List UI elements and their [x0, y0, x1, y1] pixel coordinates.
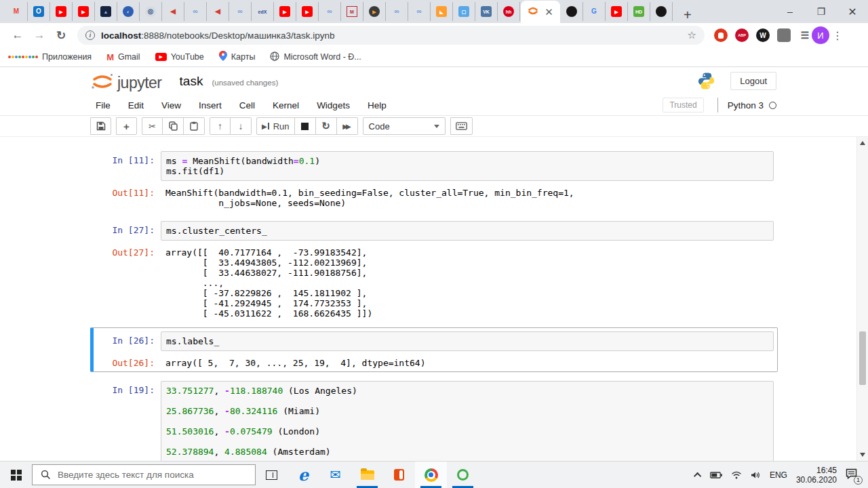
wifi-icon[interactable] — [731, 471, 742, 479]
office-button[interactable] — [383, 462, 415, 488]
code-input-area[interactable]: ms.cluster_centers_ — [161, 221, 774, 241]
menu-file[interactable]: File — [96, 100, 111, 110]
site-info-icon[interactable]: i — [85, 30, 95, 40]
browser-tab-github[interactable] — [650, 2, 673, 21]
browser-tab-chat-bubble[interactable]: ▢ — [453, 2, 475, 21]
start-button[interactable] — [0, 462, 32, 488]
browser-tab-infinity[interactable]: ∞ — [319, 2, 341, 21]
back-icon[interactable]: ← — [7, 28, 28, 42]
save-button[interactable] — [90, 117, 111, 135]
menu-insert[interactable]: Insert — [199, 100, 222, 110]
scroll-up-icon[interactable] — [860, 141, 865, 145]
jupyter-logo[interactable]: jupyter — [90, 72, 162, 91]
browser-tab-play-circle[interactable]: ▶ — [363, 2, 386, 21]
chrome-button[interactable] — [415, 462, 447, 488]
trusted-button[interactable]: Trusted — [663, 98, 703, 113]
notebook-cell-3-selected[interactable]: In [26]:ms.labels_Out[26]:array([ 5, 7, … — [90, 327, 778, 372]
browser-tab-red-kite[interactable]: ◀ — [207, 2, 229, 21]
scrollbar-thumb[interactable] — [859, 331, 866, 385]
browser-tab-youtube[interactable]: ▶ — [73, 2, 95, 21]
browser-tab-infinity[interactable]: ∞ — [386, 2, 408, 21]
restart-run-all-button[interactable]: ▶▶ — [337, 117, 358, 135]
forward-icon[interactable]: → — [28, 28, 50, 42]
browser-tab-hh[interactable]: hh — [498, 2, 520, 21]
dark-extension-icon[interactable]: W — [756, 28, 770, 42]
browser-tab-youtube[interactable]: ▶ — [606, 2, 628, 21]
command-palette-button[interactable] — [450, 117, 473, 135]
new-tab-button[interactable]: + — [679, 7, 696, 23]
restart-kernel-button[interactable]: ↻ — [316, 117, 337, 135]
paste-cell-button[interactable] — [184, 117, 205, 135]
mail-button[interactable]: ✉ — [319, 462, 351, 488]
browser-tab-blue-globe[interactable]: ◐ — [117, 2, 140, 21]
browser-tab-gray-cam[interactable]: ◎ — [140, 2, 162, 21]
adblock-plus-icon[interactable]: ABP — [735, 28, 749, 42]
browser-tab-edx[interactable]: edX — [252, 2, 274, 21]
kernel-name[interactable]: Python 3 — [728, 100, 764, 110]
menu-help[interactable]: Help — [368, 100, 387, 110]
task-view-button[interactable] — [256, 462, 288, 488]
browser-tab-github[interactable] — [561, 2, 583, 21]
taskbar-search-input[interactable]: Введите здесь текст для поиска — [32, 464, 256, 485]
menu-edit[interactable]: Edit — [128, 100, 144, 110]
cell-type-select[interactable]: Code — [363, 117, 446, 135]
browser-tab-gmail[interactable]: M — [5, 2, 28, 21]
browser-tab-red-kite[interactable]: ◀ — [162, 2, 184, 21]
scroll-down-icon[interactable] — [860, 453, 865, 457]
browser-tab-dark-photo[interactable]: ▲ — [95, 2, 117, 21]
browser-tab-m-orange[interactable]: ◣ — [431, 2, 453, 21]
add-cell-button[interactable]: + — [116, 117, 137, 135]
window-close-button[interactable]: ✕ — [837, 0, 868, 23]
copy-cell-button[interactable] — [163, 117, 184, 135]
edge-button[interactable]: e — [288, 462, 319, 488]
menu-view[interactable]: View — [161, 100, 181, 110]
browser-tab-infinity[interactable]: ∞ — [184, 2, 207, 21]
cut-cell-button[interactable]: ✂ — [142, 117, 163, 135]
window-minimize-button[interactable]: – — [774, 0, 806, 23]
browser-tab-youtube[interactable]: ▶ — [296, 2, 319, 21]
notebook-cell-2[interactable]: In [27]:ms.cluster_centers_Out[27]:array… — [90, 217, 778, 323]
notebook-cell-1[interactable]: In [11]:ms = MeanShift(bandwidth=0.1) ms… — [90, 147, 778, 212]
code-input-area[interactable]: ms.labels_ — [161, 331, 774, 351]
volume-icon[interactable] — [751, 471, 761, 479]
extensions-puzzle-icon[interactable] — [777, 28, 791, 42]
interrupt-kernel-button[interactable] — [295, 117, 316, 135]
browser-tab-infinity[interactable]: ∞ — [229, 2, 252, 21]
browser-tab-google[interactable]: G — [583, 2, 606, 21]
adblock-icon[interactable] — [714, 28, 728, 42]
run-button[interactable]: ▶Run — [256, 117, 295, 135]
bookmark-maps[interactable]: Карты — [219, 51, 256, 63]
clock[interactable]: 16:4530.06.2020 — [796, 466, 837, 485]
close-tab-icon[interactable]: ✕ — [545, 7, 553, 17]
language-indicator[interactable]: ENG — [770, 470, 787, 480]
notebook-cell-4[interactable]: In [19]:33.751277, -118.188740 (Los Ange… — [90, 377, 778, 461]
apps-shortcut[interactable]: Приложения — [8, 52, 92, 62]
browser-tab-outlook[interactable]: O — [28, 2, 50, 21]
profile-avatar[interactable]: И — [812, 26, 829, 44]
bookmark-gmail[interactable]: MGmail — [106, 52, 140, 62]
scrollbar[interactable] — [856, 137, 868, 461]
bookmark-globe[interactable]: Microsoft Word - Đ... — [270, 52, 361, 63]
browser-menu-icon[interactable]: ⋮ — [829, 29, 846, 42]
notebook-title[interactable]: task — [180, 74, 203, 89]
browser-tab-m-store[interactable]: М — [341, 2, 363, 21]
code-input-area[interactable]: 33.751277, -118.188740 (Los Angeles) 25.… — [161, 381, 774, 461]
code-input-area[interactable]: ms = MeanShift(bandwidth=0.1) ms.fit(df1… — [161, 151, 774, 181]
menu-kernel[interactable]: Kernel — [273, 100, 299, 110]
browser-tab-youtube[interactable]: ▶ — [274, 2, 296, 21]
bookmark-youtube[interactable]: ▶YouTube — [155, 52, 204, 62]
reload-icon[interactable]: ↻ — [50, 28, 72, 43]
browser-tab-youtube[interactable]: ▶ — [50, 2, 73, 21]
bookmark-star-icon[interactable]: ☆ — [688, 29, 696, 41]
menu-cell[interactable]: Cell — [239, 100, 255, 110]
hidden-icons-chevron[interactable] — [694, 472, 701, 479]
window-restore-button[interactable]: ❐ — [806, 0, 837, 23]
move-cell-up-button[interactable]: ↑ — [210, 117, 231, 135]
file-explorer-button[interactable] — [351, 462, 383, 488]
action-center-button[interactable]: 1 — [846, 468, 861, 482]
logout-button[interactable]: Logout — [730, 72, 776, 90]
browser-tab-hd-green[interactable]: HD — [628, 2, 650, 21]
browser-tab-vk[interactable]: VK — [475, 2, 498, 21]
green-ring-app-button[interactable] — [447, 462, 479, 488]
address-bar[interactable]: i localhost:8888/notebooks/Desktop/машин… — [77, 26, 705, 45]
